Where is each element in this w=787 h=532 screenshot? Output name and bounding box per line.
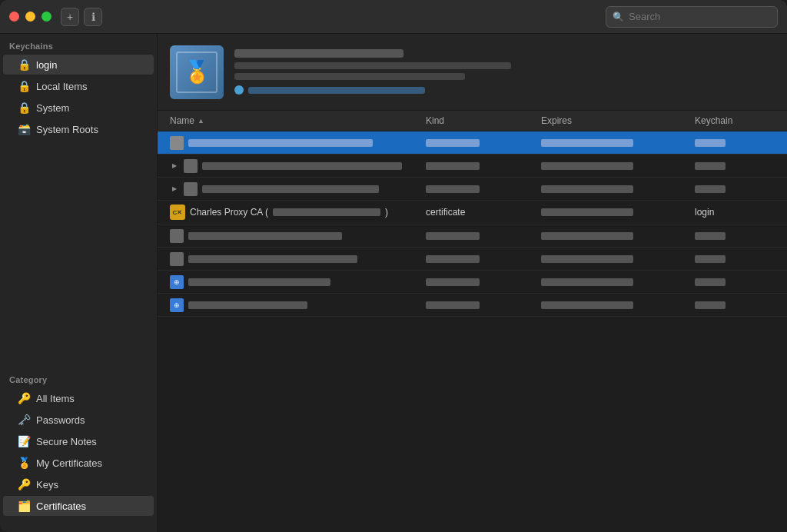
cert-icon [170, 229, 184, 243]
sidebar: Keychains 🔒 login 🔒 Local Items 🔒 System… [0, 34, 158, 532]
kind-cell [420, 158, 535, 174]
closing-paren: ) [385, 207, 388, 218]
name-cell: ⊕ [164, 294, 420, 316]
charles-icon: C✕ [170, 204, 185, 220]
sidebar-item-my-certificates[interactable]: 🏅 My Certificates [3, 453, 154, 473]
cert-icon-blue: ⊕ [170, 298, 184, 312]
cert-icon [184, 182, 198, 196]
table-row[interactable]: ▶ [158, 178, 787, 201]
blurred-name [188, 255, 357, 263]
preview-title-line [234, 49, 403, 58]
kind-cell [420, 298, 535, 313]
kind-cell [420, 135, 535, 151]
sidebar-item-label: Secure Notes [36, 436, 97, 447]
table-row-charles[interactable]: C✕ Charles Proxy CA ( ) certificate logi… [158, 201, 787, 224]
add-button[interactable]: + [61, 8, 79, 26]
maximize-button[interactable] [42, 12, 51, 22]
blurred-expires [541, 278, 633, 286]
blurred-kind [426, 185, 480, 193]
blurred-keychain [695, 139, 726, 147]
keychain-cell: login [689, 203, 781, 221]
kind-cell [420, 181, 535, 197]
kind-cell: certificate [420, 203, 535, 221]
search-input[interactable] [629, 11, 771, 22]
table-area[interactable]: Name ▲ Kind Expires Keychain [158, 111, 787, 532]
keychain-cell [689, 181, 781, 197]
expires-cell [535, 135, 689, 151]
certificates-icon: 🗂️ [17, 500, 31, 512]
sidebar-item-all-items[interactable]: 🔑 All Items [3, 388, 154, 408]
expires-cell [535, 228, 689, 244]
charles-name-text: Charles Proxy CA ( [190, 207, 268, 218]
sidebar-item-label: Local Items [36, 81, 87, 92]
preview-link-row [234, 85, 775, 95]
blurred-keychain [695, 301, 726, 309]
expires-cell [535, 251, 689, 267]
all-items-icon: 🔑 [17, 392, 31, 404]
blurred-expires [541, 232, 633, 240]
expires-cell [535, 298, 689, 313]
info-button[interactable]: ℹ [84, 8, 102, 26]
table-row[interactable]: ⊕ [158, 294, 787, 317]
expand-icon[interactable]: ▶ [170, 185, 179, 194]
sidebar-item-keys[interactable]: 🔑 Keys [3, 474, 154, 494]
keychain-cell [689, 298, 781, 313]
sidebar-item-label: System Roots [36, 124, 98, 135]
content-area: Name ▲ Kind Expires Keychain [158, 34, 787, 532]
keychain-cell [689, 135, 781, 151]
table-row[interactable]: ▶ [158, 155, 787, 178]
expand-icon[interactable]: ▶ [170, 161, 179, 171]
blurred-keychain [695, 255, 726, 263]
blurred-kind [426, 162, 480, 170]
lock-icon: 🔒 [17, 101, 31, 114]
name-cell: C✕ Charles Proxy CA ( ) [164, 201, 420, 224]
name-cell [164, 248, 420, 270]
sidebar-item-label: System [36, 102, 69, 114]
blurred-kind [426, 139, 480, 147]
sidebar-item-passwords[interactable]: 🗝️ Passwords [3, 410, 154, 430]
traffic-lights [9, 12, 51, 22]
blurred-keychain [695, 232, 726, 240]
kind-cell [420, 228, 535, 244]
cert-icon [170, 252, 184, 266]
sort-arrow-icon: ▲ [198, 117, 204, 125]
col-expires[interactable]: Expires [535, 111, 689, 131]
preview-panel [158, 34, 787, 111]
table-row[interactable]: ⊕ [158, 271, 787, 294]
table-row[interactable] [158, 131, 787, 155]
blurred-name [202, 185, 379, 193]
table-row[interactable] [158, 248, 787, 271]
table-row[interactable] [158, 224, 787, 248]
cabinet-icon: 🗃️ [17, 123, 31, 135]
lock-icon: 🔒 [17, 80, 31, 92]
sidebar-item-local-items[interactable]: 🔒 Local Items [3, 76, 154, 96]
blurred-expires [541, 255, 633, 263]
blurred-keychain [695, 185, 726, 193]
kind-cell [420, 251, 535, 267]
col-keychain[interactable]: Keychain [689, 111, 781, 131]
notes-icon: 📝 [17, 435, 31, 447]
close-button[interactable] [9, 12, 19, 22]
sidebar-item-secure-notes[interactable]: 📝 Secure Notes [3, 431, 154, 451]
passwords-icon: 🗝️ [17, 414, 31, 426]
col-name[interactable]: Name ▲ [164, 111, 420, 131]
sidebar-item-system[interactable]: 🔒 System [3, 98, 154, 118]
sidebar-item-login[interactable]: 🔒 login [3, 55, 154, 75]
expires-cell [535, 158, 689, 174]
blurred-name-suffix [273, 208, 380, 216]
blurred-expires [541, 162, 633, 170]
certificate-preview-icon [170, 45, 224, 99]
expires-cell [535, 274, 689, 290]
sidebar-item-system-roots[interactable]: 🗃️ System Roots [3, 119, 154, 139]
minimize-button[interactable] [25, 12, 35, 22]
keychain-cell [689, 158, 781, 174]
name-cell [164, 225, 420, 247]
col-kind[interactable]: Kind [420, 111, 535, 131]
keychains-header: Keychains [0, 34, 157, 54]
sidebar-item-certificates[interactable]: 🗂️ Certificates [3, 496, 154, 516]
cert-icon-blue: ⊕ [170, 275, 184, 289]
keychain-cell [689, 274, 781, 290]
blurred-name [202, 162, 402, 170]
search-icon: 🔍 [613, 12, 624, 22]
search-bar[interactable]: 🔍 [606, 6, 778, 28]
